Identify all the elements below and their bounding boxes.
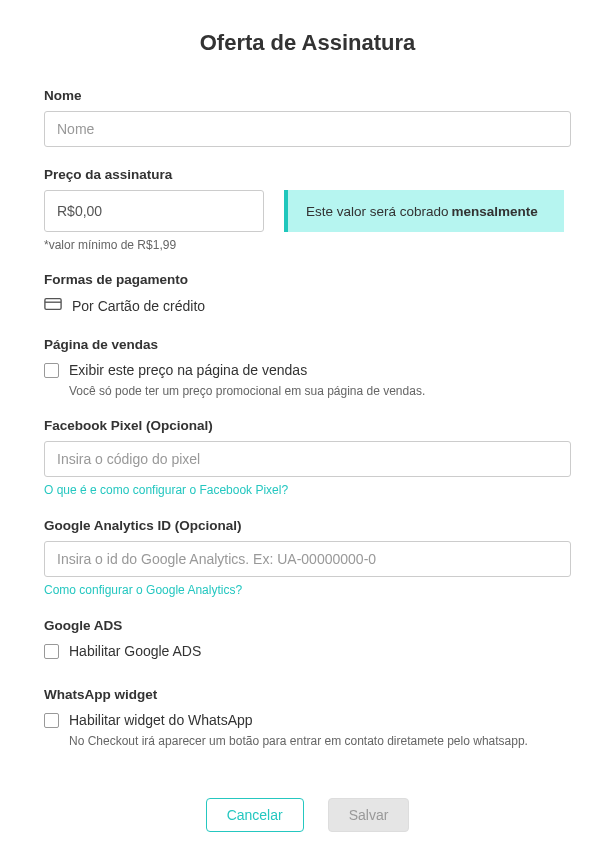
google-analytics-input[interactable] (44, 541, 571, 577)
preco-label: Preço da assinatura (44, 167, 571, 182)
svg-rect-0 (45, 299, 61, 310)
whatsapp-section: WhatsApp widget Habilitar widget do What… (44, 687, 571, 748)
whatsapp-helper: No Checkout irá aparecer um botão para e… (69, 734, 571, 748)
credit-card-icon (44, 297, 62, 315)
pagamento-section: Formas de pagamento Por Cartão de crédit… (44, 272, 571, 315)
nome-label: Nome (44, 88, 571, 103)
nome-input[interactable] (44, 111, 571, 147)
google-analytics-section: Google Analytics ID (Opcional) Como conf… (44, 518, 571, 598)
nome-field-group: Nome (44, 88, 571, 147)
pagina-vendas-checkbox-label: Exibir este preço na página de vendas (69, 362, 307, 378)
facebook-pixel-label: Facebook Pixel (Opcional) (44, 418, 571, 433)
facebook-pixel-input[interactable] (44, 441, 571, 477)
preco-field-group: Preço da assinatura Este valor será cobr… (44, 167, 571, 252)
pagina-vendas-label: Página de vendas (44, 337, 571, 352)
page-title: Oferta de Assinatura (44, 30, 571, 56)
cancel-button[interactable]: Cancelar (206, 798, 304, 832)
pagamento-label: Formas de pagamento (44, 272, 571, 287)
buttons-row: Cancelar Salvar (44, 798, 571, 832)
facebook-pixel-link[interactable]: O que é e como configurar o Facebook Pix… (44, 483, 288, 497)
whatsapp-checkbox[interactable] (44, 713, 59, 728)
google-analytics-label: Google Analytics ID (Opcional) (44, 518, 571, 533)
preco-helper: *valor mínimo de R$1,99 (44, 238, 571, 252)
pagina-vendas-section: Página de vendas Exibir este preço na pá… (44, 337, 571, 398)
save-button[interactable]: Salvar (328, 798, 410, 832)
google-ads-label: Google ADS (44, 618, 571, 633)
preco-note: Este valor será cobrado mensalmente (284, 190, 564, 232)
google-ads-checkbox-label: Habilitar Google ADS (69, 643, 201, 659)
pagina-vendas-helper: Você só pode ter um preço promocional em… (69, 384, 571, 398)
pagamento-method-text: Por Cartão de crédito (72, 298, 205, 314)
google-analytics-link[interactable]: Como configurar o Google Analytics? (44, 583, 242, 597)
preco-note-text: Este valor será cobrado (306, 204, 449, 219)
google-ads-checkbox[interactable] (44, 644, 59, 659)
whatsapp-checkbox-label: Habilitar widget do WhatsApp (69, 712, 253, 728)
preco-input[interactable] (44, 190, 264, 232)
preco-note-bold: mensalmente (452, 204, 538, 219)
facebook-pixel-section: Facebook Pixel (Opcional) O que é e como… (44, 418, 571, 498)
pagina-vendas-checkbox[interactable] (44, 363, 59, 378)
google-ads-section: Google ADS Habilitar Google ADS (44, 618, 571, 659)
whatsapp-label: WhatsApp widget (44, 687, 571, 702)
